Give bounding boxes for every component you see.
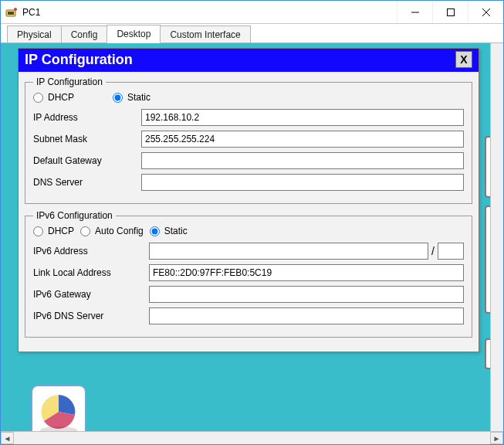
scroll-track[interactable] [14,432,490,444]
ipv4-static-option[interactable]: Static [113,92,151,103]
panel-close-button[interactable]: X [455,51,472,68]
ip-address-row: IP Address [33,109,464,126]
ipv4-static-radio[interactable] [113,93,123,103]
prefix-slash: / [428,245,438,257]
titlebar: PC1 [1,1,503,24]
window-title: PC1 [22,7,397,18]
svg-rect-4 [447,8,454,15]
link-local-label: Link Local Address [33,267,149,278]
svg-point-2 [14,8,17,11]
content-area: or IP Configuration X IP Configuration D… [1,42,503,444]
ipv6-autoconfig-label: Auto Config [95,226,144,236]
ipv6-address-label: IPv6 Address [33,246,149,256]
ipv4-dhcp-option[interactable]: DHCP [33,92,74,103]
svg-rect-1 [8,12,14,15]
panel-body: IP Configuration DHCP Static IP Address [19,72,479,352]
close-button[interactable] [468,1,503,23]
tab-config[interactable]: Config [61,25,108,43]
subnet-mask-label: Subnet Mask [33,134,141,144]
horizontal-scrollbar[interactable]: ◄ ► [1,431,503,444]
default-gateway-label: Default Gateway [33,155,141,166]
ipv6-static-radio[interactable] [150,226,160,236]
app-window: PC1 Physical Config Desktop Custom Inter… [0,0,504,445]
ipv6-gateway-input[interactable] [149,286,464,303]
tab-physical[interactable]: Physical [7,25,62,43]
ipv4-static-label: Static [127,92,151,103]
ipv4-dhcp-radio[interactable] [33,93,43,103]
ipv6-dhcp-option[interactable]: DHCP [33,226,74,236]
link-local-row: Link Local Address [33,264,464,281]
ipv6-static-label: Static [164,226,188,236]
dns-server-label: DNS Server [33,177,141,188]
ip-address-label: IP Address [33,112,141,123]
tab-desktop[interactable]: Desktop [107,25,161,43]
ipv4-group: IP Configuration DHCP Static IP Address [25,76,472,204]
vertical-scrollbar[interactable] [490,43,503,431]
ipv6-dhcp-radio[interactable] [33,226,43,236]
ipv4-mode-row: DHCP Static [33,92,464,103]
ipv6-group: IPv6 Configuration DHCP Auto Config S [25,210,472,338]
ipv6-address-row: IPv6 Address / [33,243,464,260]
ipv6-autoconfig-option[interactable]: Auto Config [80,226,144,236]
scroll-left-button[interactable]: ◄ [1,432,14,444]
ipv6-mode-row: DHCP Auto Config Static [33,226,464,236]
tab-bar: Physical Config Desktop Custom Interface [1,24,503,42]
ipv6-legend: IPv6 Configuration [33,210,116,221]
ipv6-dns-label: IPv6 DNS Server [33,311,149,321]
window-controls [397,1,503,23]
ip-address-input[interactable] [141,109,464,126]
panel-titlebar: IP Configuration X [19,49,479,72]
app-icon [5,6,18,19]
ipv6-dhcp-label: DHCP [48,226,74,236]
ipv6-autoconfig-radio[interactable] [80,226,90,236]
ipv4-legend: IP Configuration [33,76,106,87]
dns-server-input[interactable] [141,174,464,191]
ipv6-dns-row: IPv6 DNS Server [33,307,464,324]
dns-server-row: DNS Server [33,174,464,191]
ipv6-gateway-row: IPv6 Gateway [33,286,464,303]
ipv4-dhcp-label: DHCP [48,92,74,103]
subnet-mask-row: Subnet Mask [33,131,464,148]
link-local-input[interactable] [149,264,464,281]
panel-title-text: IP Configuration [25,52,455,68]
ipv6-address-input[interactable] [149,243,428,260]
ipv6-dns-input[interactable] [149,307,464,324]
minimize-button[interactable] [397,1,432,23]
ip-config-panel: IP Configuration X IP Configuration DHCP… [18,48,479,352]
subnet-mask-input[interactable] [141,131,464,148]
ipv6-static-option[interactable]: Static [150,226,188,236]
scroll-right-button[interactable]: ► [490,432,503,444]
ipv6-gateway-label: IPv6 Gateway [33,289,149,300]
tab-custom-interface[interactable]: Custom Interface [160,25,250,43]
default-gateway-input[interactable] [141,152,464,169]
ipv6-prefix-input[interactable] [438,243,464,260]
default-gateway-row: Default Gateway [33,152,464,169]
maximize-button[interactable] [432,1,468,23]
